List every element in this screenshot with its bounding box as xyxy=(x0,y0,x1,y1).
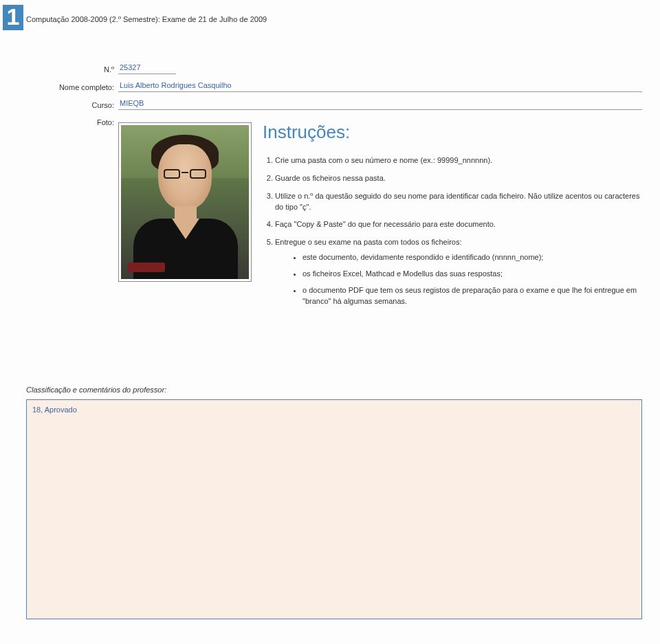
instruction-item-4: Faça "Copy & Paste" do que for necessári… xyxy=(275,219,642,230)
page-number-badge: 1 xyxy=(3,5,23,30)
instruction-item-2: Guarde os ficheiros nessa pasta. xyxy=(275,173,642,184)
photo-frame xyxy=(118,122,252,282)
instructions-panel: Instruções: Crie uma pasta com o seu núm… xyxy=(263,120,642,314)
label-curso: Curso: xyxy=(56,101,118,110)
comments-box[interactable]: 18, Aprovado xyxy=(26,399,642,619)
label-numero: N.º xyxy=(56,65,118,74)
field-curso[interactable]: MIEQB xyxy=(118,99,642,110)
instruction-item-3: Utilize o n.º da questão seguido do seu … xyxy=(275,191,642,213)
label-foto: Foto: xyxy=(56,118,118,126)
label-nome: Nome completo: xyxy=(56,83,118,92)
page-header-title: Computação 2008-2009 (2.º Semestre): Exa… xyxy=(26,15,267,23)
comments-section: Classificação e comentários do professor… xyxy=(26,386,642,619)
instruction-sub-3: o documento PDF que tem os seus registos… xyxy=(302,285,642,307)
instruction-sub-2: os ficheiros Excel, Mathcad e Modellus d… xyxy=(302,269,642,280)
field-numero[interactable]: 25327 xyxy=(118,63,176,74)
glasses-icon xyxy=(164,169,206,180)
instruction-item-5-text: Entregue o seu exame na pasta com todos … xyxy=(275,238,462,246)
student-photo xyxy=(121,125,249,279)
instruction-sub-1: este documento, devidamente respondido e… xyxy=(302,252,642,263)
instruction-item-5: Entregue o seu exame na pasta com todos … xyxy=(275,237,642,307)
field-nome[interactable]: Luis Alberto Rodrigues Casquilho xyxy=(118,81,642,92)
comments-label: Classificação e comentários do professor… xyxy=(26,386,642,394)
instructions-heading: Instruções: xyxy=(263,120,642,146)
instruction-item-1: Crie uma pasta com o seu número e nome (… xyxy=(275,155,642,166)
student-form: N.º 25327 Nome completo: Luis Alberto Ro… xyxy=(56,63,642,314)
